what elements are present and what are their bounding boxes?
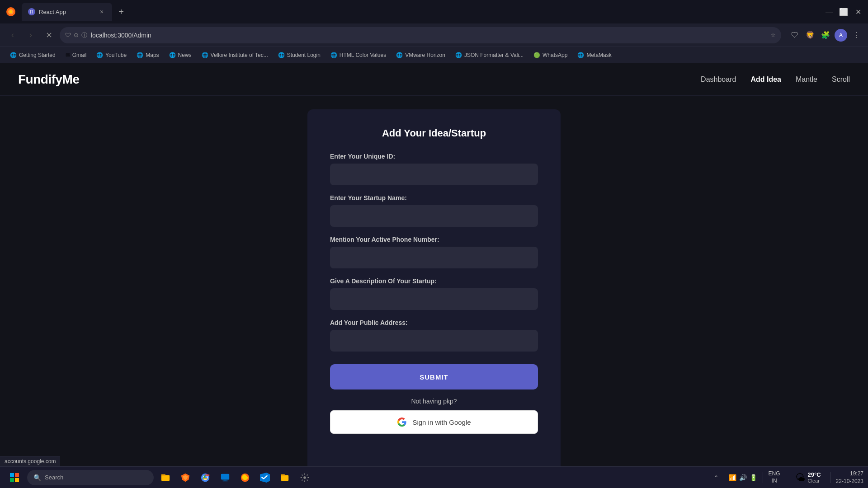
bookmark-label: Getting Started: [19, 52, 56, 58]
windows-logo-icon: [10, 473, 19, 482]
brave-browser-svg: [180, 473, 190, 483]
public-address-label: Add Your Public Address:: [330, 319, 538, 326]
taskbar-file-explorer-icon[interactable]: [156, 469, 175, 487]
phone-input[interactable]: [330, 247, 538, 268]
taskbar: 🔍 Search: [0, 466, 868, 488]
minimize-button[interactable]: —: [823, 5, 835, 18]
taskbar-search-icon: 🔍: [33, 474, 41, 481]
svg-rect-16: [223, 480, 228, 481]
address-text: localhost:3000/Admin: [91, 32, 767, 39]
svg-point-20: [303, 476, 306, 479]
taskbar-firefox-icon[interactable]: [236, 469, 254, 487]
bookmark-label: Student Login: [287, 52, 321, 58]
youtube-icon: 🌐: [96, 52, 103, 58]
submit-button[interactable]: SUBMIT: [330, 364, 538, 389]
taskbar-divider-2: [786, 472, 786, 483]
nav-add-idea[interactable]: Add Idea: [750, 75, 781, 84]
maps-icon: 🌐: [137, 52, 143, 58]
bookmark-label: Vellore Institute of Tec...: [211, 52, 268, 58]
startup-name-input[interactable]: [330, 205, 538, 227]
bookmark-label: MetaMask: [586, 52, 611, 58]
taskbar-files-icon[interactable]: [276, 469, 294, 487]
address-bar-icons: 🛡 ⊙ ⓘ: [65, 31, 87, 39]
start-button[interactable]: [5, 469, 24, 486]
browser-logo-icon: [4, 5, 18, 19]
taskbar-vscode-icon[interactable]: [256, 469, 274, 487]
shield-icon[interactable]: 🛡: [788, 29, 801, 42]
svg-rect-8: [161, 474, 165, 476]
svg-point-2: [9, 10, 12, 13]
google-signin-button[interactable]: Sign in with Google: [330, 410, 538, 434]
bookmarks-bar: 🌐 Getting Started ✉ Gmail 🌐 YouTube 🌐 Ma…: [0, 47, 868, 63]
news-icon: 🌐: [169, 52, 176, 58]
speaker-icon[interactable]: 🔊: [739, 474, 747, 481]
tab-close-button[interactable]: ×: [98, 8, 106, 16]
description-input[interactable]: [330, 288, 538, 310]
bookmark-maps[interactable]: 🌐 Maps: [132, 50, 163, 60]
address-bar[interactable]: 🛡 ⊙ ⓘ localhost:3000/Admin ☆: [60, 27, 781, 43]
back-button[interactable]: ‹: [5, 28, 20, 42]
unique-id-label: Enter Your Unique ID:: [330, 153, 538, 160]
bookmark-html-color[interactable]: 🌐 HTML Color Values: [326, 50, 391, 60]
student-login-icon: 🌐: [278, 52, 285, 58]
new-tab-button[interactable]: +: [114, 5, 128, 19]
nav-dashboard[interactable]: Dashboard: [701, 75, 736, 84]
nav-mantle[interactable]: Mantle: [796, 75, 817, 84]
brave-icon[interactable]: 🦁: [804, 29, 816, 42]
chrome-svg: [200, 473, 210, 483]
bookmark-label: WhatsApp: [542, 52, 567, 58]
bookmark-label: YouTube: [105, 52, 127, 58]
taskbar-search-bar[interactable]: 🔍 Search: [27, 470, 154, 485]
system-tray-icons: 📶 🔊 🔋: [729, 474, 757, 481]
google-g-icon: [397, 417, 407, 427]
html-color-icon: 🌐: [330, 52, 337, 58]
bookmark-vmware[interactable]: 🌐 VMware Horizon: [392, 50, 450, 60]
taskbar-chevron-icon[interactable]: ⌃: [707, 469, 725, 487]
shield-icon: 🛡: [65, 32, 71, 38]
vellore-icon: 🌐: [202, 52, 208, 58]
taskbar-monitor-icon[interactable]: [216, 469, 234, 487]
bookmark-youtube[interactable]: 🌐 YouTube: [92, 50, 131, 60]
bookmark-icon: 🌐: [10, 52, 17, 58]
weather-icon: 🌤: [795, 472, 805, 483]
forward-button[interactable]: ›: [24, 28, 38, 42]
gmail-icon: ✉: [66, 52, 70, 58]
public-address-input[interactable]: [330, 330, 538, 352]
app-logo: FundifyMe: [18, 72, 80, 87]
bookmark-getting-started[interactable]: 🌐 Getting Started: [5, 50, 60, 60]
bookmark-news[interactable]: 🌐 News: [165, 50, 196, 60]
svg-rect-3: [10, 473, 14, 477]
taskbar-brave-icon[interactable]: [176, 469, 194, 487]
bookmark-star-icon[interactable]: ☆: [770, 32, 776, 38]
wifi-icon[interactable]: 📶: [729, 474, 736, 481]
taskbar-clock: 19:27 22-10-2023: [836, 470, 863, 485]
profile-icon[interactable]: A: [835, 29, 847, 42]
unique-id-input[interactable]: [330, 164, 538, 185]
nav-right-icons: 🛡 🦁 🧩 A ⋮: [788, 29, 863, 42]
page-content: FundifyMe Dashboard Add Idea Mantle Scro…: [0, 63, 868, 488]
form-group-description: Give A Description Of Your Startup:: [330, 277, 538, 310]
reload-button[interactable]: ✕: [42, 28, 56, 42]
bookmark-gmail[interactable]: ✉ Gmail: [61, 50, 91, 60]
extensions-icon[interactable]: 🧩: [819, 29, 832, 42]
bookmark-metamask[interactable]: 🌐 MetaMask: [573, 50, 616, 60]
bookmark-json-formatter[interactable]: 🌐 JSON Formatter & Vali...: [451, 50, 528, 60]
settings-svg: [300, 473, 310, 483]
menu-button[interactable]: ⋮: [850, 29, 863, 42]
maximize-button[interactable]: ⬜: [837, 5, 850, 18]
bookmark-whatsapp[interactable]: 🟢 WhatsApp: [529, 50, 572, 60]
tab-favicon: R: [28, 8, 35, 15]
bookmark-vellore[interactable]: 🌐 Vellore Institute of Tec...: [197, 50, 273, 60]
nav-scroll[interactable]: Scroll: [832, 75, 850, 84]
close-button[interactable]: ✕: [852, 5, 864, 18]
taskbar-settings-icon[interactable]: [296, 469, 314, 487]
battery-icon[interactable]: 🔋: [750, 474, 757, 481]
active-tab[interactable]: R React App ×: [22, 3, 112, 21]
bookmark-student-login[interactable]: 🌐 Student Login: [274, 50, 325, 60]
form-group-startup-name: Enter Your Startup Name:: [330, 194, 538, 227]
taskbar-chrome-icon[interactable]: [196, 469, 214, 487]
form-wrapper: Add Your Idea/Startup Enter Your Unique …: [0, 96, 868, 488]
weather-widget: 🌤 29°C Clear: [792, 471, 825, 483]
phone-label: Mention Your Active Phone Number:: [330, 236, 538, 243]
taskbar-time: 19:27: [836, 470, 863, 478]
